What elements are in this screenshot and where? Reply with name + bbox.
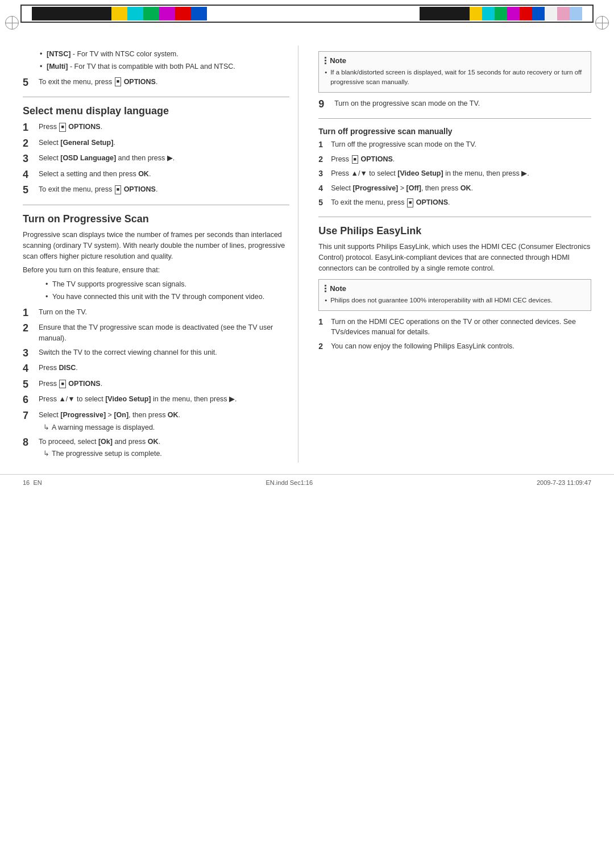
step-num: 4 (23, 169, 39, 181)
step-num: 5 (23, 379, 39, 391)
easylink-step-2: 2 You can now enjoy the following Philip… (318, 341, 591, 352)
turnoff-step-5: 5 To exit the menu, press ■ OPTIONS. (318, 197, 591, 209)
step-exit-initial: 5 To exit the menu, press ■ OPTIONS. (23, 77, 289, 89)
prog-step-3: 3 Switch the TV to the correct viewing c… (23, 347, 289, 360)
step-num: 1 (23, 307, 39, 319)
page: [NTSC] - For TV with NTSC color system. … (0, 0, 614, 868)
step-text: To exit the menu, press ■ OPTIONS. (39, 77, 157, 88)
main-content: [NTSC] - For TV with NTSC color system. … (0, 45, 614, 463)
step-num: 6 (23, 394, 39, 406)
step-text: Select [General Setup]. (39, 138, 115, 148)
divider-right-2 (318, 217, 591, 217)
right-column: Note If a blank/distorted screen is disp… (316, 45, 591, 463)
lang-step-3: 3 Select [OSD Language] and then press ▶… (23, 153, 289, 165)
step-text: Ensure that the TV progressive scan mode… (39, 322, 289, 344)
turnoff-step-3: 3 Press ▲/▼ to select [Video Setup] in t… (318, 168, 591, 180)
note-header-2: Note (325, 284, 585, 293)
section-title-easylink: Use Philips EasyLink (318, 225, 591, 237)
initial-bullets: [NTSC] - For TV with NTSC color system. … (40, 49, 289, 72)
step-text: Select [Progressive] > [Off], then press… (331, 183, 473, 194)
lang-step-2: 2 Select [General Setup]. (23, 138, 289, 150)
progressive-intro: Progressive scan displays twice the numb… (23, 230, 289, 261)
note-icon (325, 57, 326, 64)
step-text: To proceed, select [Ok] and press OK. ↳T… (39, 437, 162, 460)
step-num: 2 (23, 138, 39, 150)
turnoff-step-2: 2 Press ■ OPTIONS. (318, 154, 591, 165)
prog-step-7: 7 Select [Progressive] > [On], then pres… (23, 410, 289, 433)
step-text: Select [Progressive] > [On], then press … (39, 410, 180, 433)
step-num: 3 (23, 347, 39, 360)
section-title-turnoff: Turn off progressive scan manually (318, 127, 591, 136)
right-color-strip (420, 7, 582, 20)
step-text: Turn on the TV. (39, 307, 87, 318)
step-num: 5 (23, 184, 39, 197)
step-num: 4 (318, 183, 331, 194)
note-label: Note (330, 56, 346, 65)
step-text: Turn off the progressive scan mode on th… (331, 139, 476, 150)
note-box-2: Note Philips does not guarantee 100% int… (318, 279, 591, 310)
prog-step-1: 1 Turn on the TV. (23, 307, 289, 319)
step-num: 1 (318, 317, 331, 328)
lang-step-4: 4 Select a setting and then press OK. (23, 169, 289, 181)
step-num: 1 (23, 122, 39, 134)
step-text: To exit the menu, press ■ OPTIONS. (331, 197, 450, 208)
lang-step-5: 5 To exit the menu, press ■ OPTIONS. (23, 184, 289, 197)
step-num: 2 (23, 322, 39, 335)
note-box-1: Note If a blank/distorted screen is disp… (318, 51, 591, 93)
step-num: 4 (23, 363, 39, 375)
before-text: Before you turn on this feature, ensure … (23, 265, 289, 276)
note-item: If a blank/distorted screen is displayed… (325, 68, 585, 88)
step-text: Press ▲/▼ to select [Video Setup] in the… (331, 168, 529, 179)
divider-2 (23, 205, 289, 205)
step-num: 1 (318, 139, 331, 151)
footer-date-info: 2009-7-23 11:09:47 (537, 479, 591, 486)
prog-step-5: 5 Press ■ OPTIONS. (23, 379, 289, 391)
bullet-multi: [Multi] - For TV that is compatible with… (40, 61, 289, 72)
left-color-strip (32, 7, 207, 20)
step-text: Select a setting and then press OK. (39, 169, 151, 180)
step-text: Press DISC. (39, 363, 78, 373)
turnoff-step-4: 4 Select [Progressive] > [Off], then pre… (318, 183, 591, 194)
bullet-tv-supports: The TV supports progressive scan signals… (45, 279, 289, 290)
note-header: Note (325, 56, 585, 65)
prog-step-2: 2 Ensure that the TV progressive scan mo… (23, 322, 289, 344)
step-num: 5 (318, 197, 331, 209)
footer-page-num: 16 EN (23, 479, 42, 486)
turnoff-step-1: 1 Turn off the progressive scan mode on … (318, 139, 591, 151)
reg-mark-right (595, 15, 609, 30)
note-icon-2 (325, 285, 326, 292)
left-column: [NTSC] - For TV with NTSC color system. … (23, 45, 298, 463)
step-text: To exit the menu, press ■ OPTIONS. (39, 184, 157, 195)
page-footer: 16 EN EN.indd Sec1:16 2009-7-23 11:09:47 (0, 474, 614, 491)
step-num: 2 (318, 154, 331, 165)
step-text: Press ■ OPTIONS. (39, 379, 102, 389)
bullet-ntsc: [NTSC] - For TV with NTSC color system. (40, 49, 289, 60)
step-text: Press ■ OPTIONS. (331, 154, 395, 165)
step-num: 2 (318, 341, 331, 352)
step-text: You can now enjoy the following Philips … (331, 341, 515, 352)
note-label-2: Note (330, 284, 346, 293)
easylink-intro: This unit supports Philips EasyLink, whi… (318, 242, 591, 273)
step-text: Turn on the progressive scan mode on the… (334, 98, 480, 109)
step-num: 7 (23, 410, 39, 422)
section-title-language: Select menu display language (23, 105, 289, 117)
reg-mark-left (5, 15, 19, 30)
step-num: 3 (23, 153, 39, 165)
step-num: 9 (318, 98, 334, 111)
step-num: 8 (23, 437, 39, 449)
note-text-2: Philips does not guarantee 100% interope… (325, 296, 585, 305)
footer-file-info: EN.indd Sec1:16 (266, 479, 313, 486)
before-bullets: The TV supports progressive scan signals… (45, 279, 289, 302)
divider-right-1 (318, 118, 591, 119)
step-text: Turn on the HDMI CEC operations on the T… (331, 317, 591, 338)
easylink-step-1: 1 Turn on the HDMI CEC operations on the… (318, 317, 591, 338)
bullet-connected: You have connected this unit with the TV… (45, 292, 289, 302)
prog-step-6: 6 Press ▲/▼ to select [Video Setup] in t… (23, 394, 289, 406)
note-text: If a blank/distorted screen is displayed… (325, 68, 585, 88)
step-num: 3 (318, 168, 331, 180)
section-title-progressive: Turn on Progressive Scan (23, 213, 289, 225)
step-text: Select [OSD Language] and then press ▶. (39, 153, 175, 164)
step-text: Press ■ OPTIONS. (39, 122, 102, 132)
prog-step-8: 8 To proceed, select [Ok] and press OK. … (23, 437, 289, 460)
prog-step-4: 4 Press DISC. (23, 363, 289, 375)
